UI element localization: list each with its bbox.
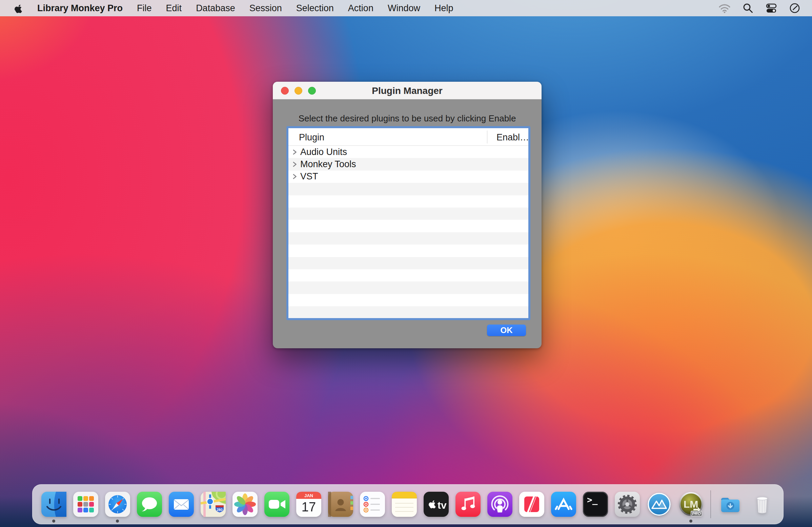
- menu-bar: Library Monkey Pro File Edit Database Se…: [0, 0, 812, 16]
- lm-pro-badge: PRO: [692, 511, 701, 516]
- disclosure-chevron-icon[interactable]: [292, 161, 298, 167]
- plugin-group-label: VST: [300, 171, 318, 182]
- empty-row: [288, 195, 528, 208]
- menu-database[interactable]: Database: [196, 3, 235, 14]
- lm-letters: LM: [684, 499, 698, 510]
- running-indicator: [116, 519, 119, 523]
- plugin-group-label: Monkey Tools: [300, 159, 356, 170]
- empty-row: [288, 282, 528, 294]
- dock-podcasts-icon[interactable]: [487, 492, 512, 517]
- disclosure-chevron-icon[interactable]: [292, 149, 298, 155]
- empty-row: [288, 183, 528, 195]
- empty-row: [288, 306, 528, 318]
- menu-bar-status-area: [719, 2, 800, 14]
- dock-safari-icon[interactable]: [105, 492, 130, 517]
- apple-tv-label: tv: [437, 500, 447, 511]
- desktop: Library Monkey Pro File Edit Database Se…: [0, 0, 812, 527]
- calendar-month-label: JAN: [304, 493, 313, 498]
- dock-system-preferences-icon[interactable]: [615, 492, 640, 517]
- menu-selection[interactable]: Selection: [296, 3, 334, 14]
- menu-action[interactable]: Action: [348, 3, 374, 14]
- menu-help[interactable]: Help: [434, 3, 453, 14]
- dock-mountain-app-icon[interactable]: [647, 492, 672, 517]
- menu-edit[interactable]: Edit: [166, 3, 182, 14]
- table-row-vst[interactable]: VST: [288, 171, 528, 183]
- table-row-audio-units[interactable]: Audio Units: [288, 146, 528, 158]
- dock-facetime-icon[interactable]: [264, 492, 289, 517]
- empty-row: [288, 220, 528, 232]
- running-indicator: [689, 519, 692, 523]
- dock-separator: [710, 490, 711, 518]
- empty-row: [288, 294, 528, 306]
- dock-finder-icon[interactable]: [41, 492, 67, 517]
- column-separator[interactable]: [487, 131, 487, 143]
- empty-row: [288, 269, 528, 282]
- table-header: Plugin Enabl…: [288, 128, 528, 146]
- control-center-icon[interactable]: [765, 2, 778, 14]
- dock-maps-icon[interactable]: 280: [201, 492, 226, 517]
- dock-downloads-folder-icon[interactable]: [718, 492, 743, 517]
- clock-icon[interactable]: [789, 2, 800, 14]
- plugin-manager-window: Plugin Manager Select the desired plugin…: [273, 82, 541, 348]
- dock-music-icon[interactable]: [455, 492, 481, 517]
- apple-icon: [14, 3, 23, 14]
- dock-apple-tv-icon[interactable]: tv: [424, 492, 449, 517]
- column-header-enabled[interactable]: Enabl…: [496, 132, 529, 143]
- dock-mail-icon[interactable]: [169, 492, 194, 517]
- empty-row: [288, 244, 528, 257]
- dock-contacts-icon[interactable]: [328, 492, 353, 517]
- table-body: Audio Units Monkey Tools VST: [288, 146, 528, 318]
- window-title: Plugin Manager: [273, 85, 541, 96]
- instruction-text: Select the desired plugins to be used by…: [273, 113, 541, 124]
- dock-terminal-icon[interactable]: >_: [583, 492, 608, 517]
- calendar-day-label: 17: [301, 500, 316, 514]
- ok-button[interactable]: OK: [487, 325, 526, 336]
- empty-row: [288, 208, 528, 220]
- menu-file[interactable]: File: [137, 3, 152, 14]
- wifi-icon[interactable]: [719, 2, 731, 14]
- search-icon[interactable]: [742, 2, 754, 14]
- menu-window[interactable]: Window: [388, 3, 420, 14]
- menu-session[interactable]: Session: [249, 3, 282, 14]
- empty-row: [288, 257, 528, 269]
- dock-notes-icon[interactable]: [392, 492, 417, 517]
- column-header-plugin[interactable]: Plugin: [299, 132, 324, 143]
- table-row-monkey-tools[interactable]: Monkey Tools: [288, 158, 528, 170]
- dock-trash-icon[interactable]: [750, 492, 775, 517]
- maps-shield-label: 280: [217, 508, 223, 512]
- empty-row: [288, 232, 528, 244]
- plugin-table: Plugin Enabl… Audio Units Monkey Tools: [286, 126, 531, 320]
- dock-launchpad-icon[interactable]: [73, 492, 98, 517]
- dock-reminders-icon[interactable]: [360, 492, 385, 517]
- dock-library-monkey-pro-icon[interactable]: LM PRO: [679, 492, 704, 517]
- plugin-group-label: Audio Units: [300, 147, 347, 157]
- active-app-name[interactable]: Library Monkey Pro: [37, 3, 123, 14]
- dock-app-store-icon[interactable]: [551, 492, 576, 517]
- terminal-prompt-glyph: >_: [587, 495, 598, 505]
- dock-photos-icon[interactable]: [232, 492, 258, 517]
- disclosure-chevron-icon[interactable]: [292, 174, 298, 180]
- dock-news-icon[interactable]: [519, 492, 544, 517]
- apple-menu[interactable]: [14, 3, 23, 14]
- dock-messages-icon[interactable]: [137, 492, 162, 517]
- dock-calendar-icon[interactable]: JAN 17: [296, 492, 321, 517]
- window-title-bar[interactable]: Plugin Manager: [273, 82, 541, 99]
- running-indicator: [52, 519, 55, 523]
- dock: 280: [32, 484, 784, 524]
